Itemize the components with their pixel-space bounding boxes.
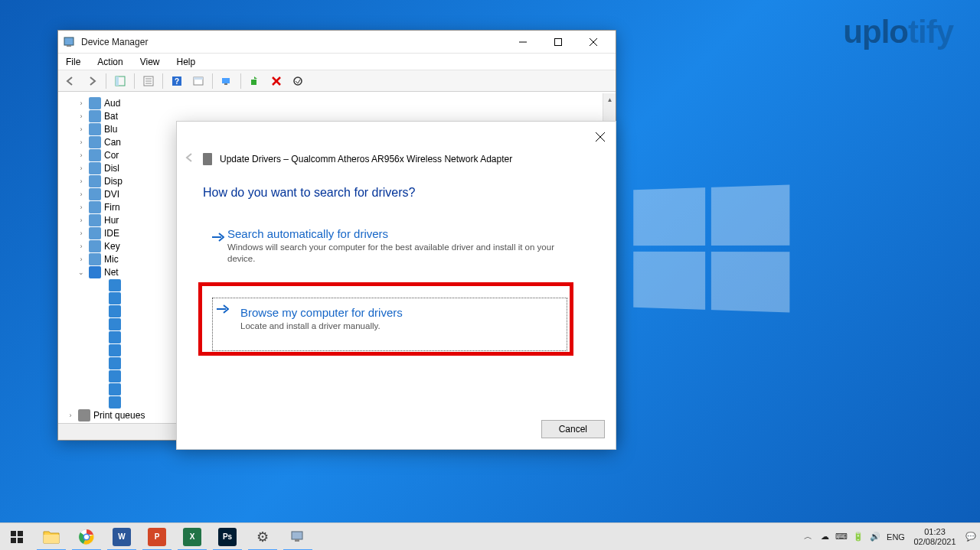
svg-rect-28: [11, 538, 16, 543]
taskbar-app-word[interactable]: W: [104, 523, 139, 551]
arrow-icon: [217, 304, 229, 317]
scan-hardware-button[interactable]: [217, 72, 236, 90]
option2-title: Browse my computer for drivers: [240, 306, 562, 319]
svg-rect-36: [295, 539, 299, 542]
svg-point-34: [84, 535, 89, 539]
start-button[interactable]: [0, 523, 34, 551]
option1-desc: Windows will search your computer for th…: [227, 242, 564, 265]
dialog-title: Update Drivers – Qualcomm Atheros AR956x…: [220, 154, 512, 164]
taskbar-app-chrome[interactable]: [69, 523, 104, 551]
app-icon: [63, 36, 75, 48]
window-title: Device Manager: [81, 37, 148, 47]
taskbar-app-powerpoint[interactable]: P: [139, 523, 175, 551]
svg-rect-7: [116, 76, 119, 86]
windows-desktop-logo: [633, 184, 789, 312]
update-drivers-dialog: Update Drivers – Qualcomm Atheros AR956x…: [176, 121, 616, 450]
svg-rect-0: [64, 37, 74, 45]
forward-button[interactable]: [83, 72, 101, 90]
taskbar-app-file-explorer[interactable]: [34, 523, 69, 551]
option-browse-computer[interactable]: Browse my computer for drivers Locate an…: [203, 288, 577, 365]
disable-button[interactable]: [289, 72, 307, 90]
taskbar-app-photoshop[interactable]: Ps: [210, 523, 245, 551]
tray-language[interactable]: ENG: [884, 532, 908, 542]
menu-action[interactable]: Action: [94, 55, 126, 69]
system-tray: ︿ ☁ ⌨ 🔋 🔊 ENG 01:23 02/08/2021 💬: [799, 523, 980, 551]
svg-rect-27: [18, 531, 23, 536]
help-button[interactable]: ?: [168, 72, 186, 90]
svg-rect-35: [292, 532, 302, 539]
tray-action-center-icon[interactable]: 💬: [962, 532, 980, 542]
svg-rect-18: [251, 80, 256, 85]
menu-help[interactable]: Help: [174, 55, 199, 69]
cancel-button[interactable]: Cancel: [541, 420, 605, 438]
svg-rect-26: [11, 531, 16, 536]
watermark: uplotify: [843, 14, 953, 50]
tree-item[interactable]: ›Aud: [77, 96, 616, 109]
scroll-up-icon[interactable]: ▲: [603, 93, 616, 106]
dialog-close-button[interactable]: [591, 128, 609, 146]
svg-rect-3: [555, 38, 562, 45]
tray-chevron-icon[interactable]: ︿: [799, 531, 816, 542]
dialog-back-button[interactable]: [185, 152, 195, 165]
svg-rect-16: [222, 78, 230, 83]
maximize-button[interactable]: [541, 31, 576, 53]
option-search-automatically[interactable]: Search automatically for drivers Windows…: [212, 227, 564, 265]
taskbar-app-excel[interactable]: X: [175, 523, 210, 551]
action-button[interactable]: [189, 72, 207, 90]
option1-title: Search automatically for drivers: [227, 227, 564, 240]
show-hide-tree-button[interactable]: [111, 72, 129, 90]
taskbar: WPXPs⚙ ︿ ☁ ⌨ 🔋 🔊 ENG 01:23 02/08/2021 💬: [0, 522, 980, 550]
option2-desc: Locate and install a driver manually.: [240, 321, 562, 332]
titlebar[interactable]: Device Manager: [58, 31, 616, 54]
menu-file[interactable]: File: [63, 55, 83, 69]
uninstall-button[interactable]: [267, 72, 286, 90]
device-manager-window: Device Manager File Action View Help ?: [57, 30, 616, 441]
tray-clock[interactable]: 01:23 02/08/2021: [908, 527, 962, 546]
tray-volume-icon[interactable]: 🔊: [867, 532, 884, 542]
close-button[interactable]: [576, 31, 611, 53]
tray-battery-icon[interactable]: 🔋: [850, 532, 867, 542]
svg-rect-29: [18, 538, 23, 543]
arrow-icon: [212, 232, 224, 246]
properties-button[interactable]: [139, 72, 158, 90]
taskbar-app-device-manager[interactable]: [280, 523, 315, 551]
back-button[interactable]: [61, 72, 80, 90]
toolbar: ?: [58, 70, 616, 92]
minimize-button[interactable]: [505, 31, 541, 53]
device-icon: [203, 153, 212, 165]
svg-rect-1: [67, 45, 71, 47]
menubar: File Action View Help: [58, 54, 616, 70]
menu-view[interactable]: View: [137, 55, 163, 69]
dialog-headline: How do you want to search for drivers?: [203, 186, 415, 200]
svg-rect-17: [224, 83, 227, 85]
taskbar-app-settings[interactable]: ⚙: [245, 523, 280, 551]
svg-rect-15: [194, 77, 203, 80]
tray-keyboard-icon[interactable]: ⌨: [833, 532, 850, 542]
svg-text:?: ?: [175, 77, 179, 86]
svg-rect-30: [44, 535, 59, 543]
tray-onedrive-icon[interactable]: ☁: [816, 532, 833, 542]
update-driver-button[interactable]: [246, 72, 264, 90]
